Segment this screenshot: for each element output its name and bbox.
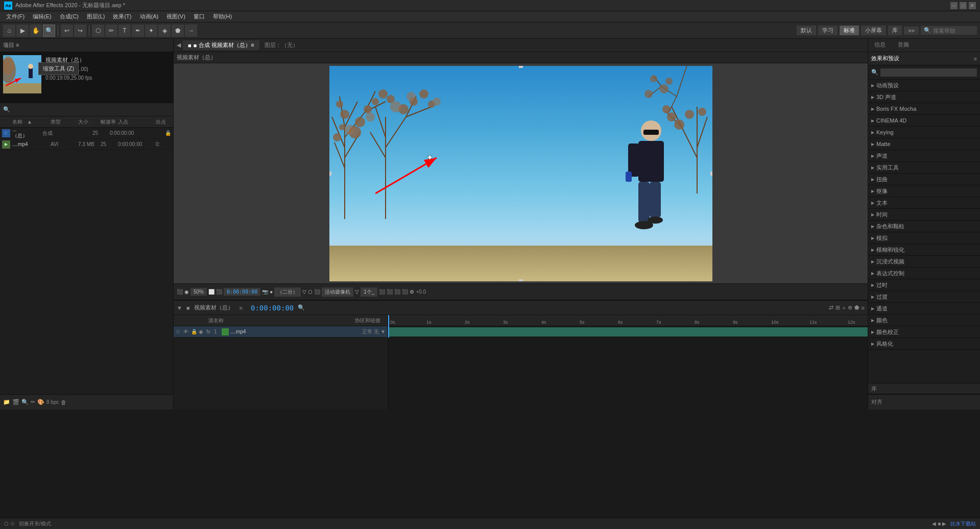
viewer-tab-arrow[interactable]: ◀	[177, 42, 181, 49]
effects-section-stylize-header[interactable]: ▶ 风格化	[868, 338, 980, 349]
menu-edit[interactable]: 编辑(E)	[29, 12, 56, 21]
workspace-default[interactable]: 默认	[797, 26, 816, 35]
tool-text[interactable]: T	[118, 25, 131, 37]
tool-undo[interactable]: ↪	[74, 25, 86, 37]
effects-tab-label[interactable]: 效果和预设	[871, 55, 899, 62]
sb-icons[interactable]: ⬡ ☉	[4, 521, 15, 526]
vc-views[interactable]: 1个_	[361, 287, 377, 297]
workspace-standard[interactable]: 标准	[840, 26, 859, 35]
effects-section-transition-header[interactable]: ▶ 过渡	[868, 291, 980, 302]
vc-camera-icon[interactable]: 📷	[262, 289, 268, 295]
menu-window[interactable]: 窗口	[189, 12, 209, 21]
tl-search-icon[interactable]: 🔍	[298, 304, 305, 311]
lb-color[interactable]: 🎨	[37, 399, 44, 405]
tool-paint[interactable]: ◈	[158, 25, 171, 37]
menu-effects[interactable]: 效果(T)	[109, 12, 135, 21]
lb-new-folder[interactable]: 📁	[3, 399, 10, 405]
col-in-label[interactable]: 入点	[118, 118, 154, 126]
effects-section-util-header[interactable]: ▶ 实用工具	[868, 162, 980, 173]
effects-section-sim-header[interactable]: ▶ 模拟	[868, 232, 980, 244]
tl-collapse[interactable]: ▼	[177, 305, 182, 311]
effects-section-obsolete-header[interactable]: ▶ 过时	[868, 279, 980, 291]
effects-section-3d-header[interactable]: ▶ 3D 声道	[868, 91, 980, 103]
tl-ctrl-5[interactable]: ⬟	[854, 304, 859, 311]
effects-section-boris-header[interactable]: ▶ Boris FX Mocha	[868, 103, 980, 114]
effects-section-expr-header[interactable]: ▶ 表达式控制	[868, 268, 980, 279]
tl-ctrl-1[interactable]: ⇄	[829, 304, 833, 311]
vc-zoom[interactable]: 50%	[190, 288, 207, 296]
vc-icon6[interactable]: ⬡	[308, 289, 313, 295]
tool-pen[interactable]: ✏	[105, 25, 117, 37]
tl-eff[interactable]: fx	[206, 329, 212, 334]
vc-quality[interactable]: （二分）	[274, 287, 301, 297]
vc-icon7[interactable]: ⬛	[314, 289, 320, 295]
viewer-tab-layer[interactable]: 图层：（无）	[259, 40, 303, 50]
vc-icon9[interactable]: ⬛	[387, 289, 393, 295]
menu-layer[interactable]: 图层(L)	[83, 12, 109, 21]
tool-star[interactable]: ✦	[145, 25, 157, 37]
effects-section-time-header[interactable]: ▶ 时间	[868, 209, 980, 220]
project-search-input[interactable]	[12, 107, 170, 113]
effects-search-input[interactable]	[880, 68, 977, 77]
tl-blend[interactable]: 无	[374, 328, 379, 335]
tool-home[interactable]: ⌂	[3, 25, 15, 37]
effects-section-noise-header[interactable]: ▶ 杂色和颗粒	[868, 221, 980, 232]
handle-left[interactable]	[329, 172, 331, 176]
vc-timecode[interactable]: 0:00:00:00	[224, 288, 260, 296]
tl-parent-dd[interactable]: ▼	[380, 329, 386, 334]
tl-timecode[interactable]: 0:00:00:00	[251, 304, 294, 312]
effects-section-color-header[interactable]: ▶ 颜色	[868, 315, 980, 326]
handle-bottom[interactable]	[519, 279, 523, 281]
effects-section-channel-header[interactable]: ▶ 声道	[868, 150, 980, 161]
effects-section-matte-header[interactable]: ▶ Matte	[868, 138, 980, 150]
handle-top[interactable]	[519, 66, 523, 68]
effects-section-animation-header[interactable]: ▶ 动画预设	[868, 80, 980, 91]
lb-brush[interactable]: ✏	[31, 399, 35, 405]
window-controls[interactable]: ─ □ ✕	[950, 2, 976, 9]
workspace-more[interactable]: >>	[904, 27, 919, 35]
maximize-button[interactable]: □	[960, 2, 967, 9]
effects-menu-icon[interactable]: ≡	[974, 56, 977, 62]
tl-ctrl-2[interactable]: ⊞	[835, 304, 840, 311]
col-fps-label[interactable]: 帧速率	[101, 118, 116, 126]
project-item-comp[interactable]: C ...（总） 合成 25 0:00:00:00 🔒	[0, 128, 173, 139]
col-name-header[interactable]: 名称	[12, 118, 25, 126]
effects-section-cinema-header[interactable]: ▶ CINEMA 4D	[868, 115, 980, 126]
workspace-small[interactable]: 小屏幕	[861, 26, 886, 35]
tool-hand[interactable]: ✋	[30, 25, 42, 37]
tl-col-modes[interactable]: 协区和链接	[355, 317, 386, 324]
vc-icon1[interactable]: ⬛	[177, 289, 183, 295]
effects-section-text-header[interactable]: ▶ 文本	[868, 197, 980, 208]
tl-motion[interactable]: ◉	[199, 329, 205, 334]
menu-file[interactable]: 文件(F)	[2, 12, 29, 21]
vc-icon12[interactable]: ⚙	[410, 289, 414, 295]
menu-compose[interactable]: 合成(C)	[56, 12, 83, 21]
tl-mode[interactable]: 正常	[362, 328, 372, 335]
lb-search[interactable]: 🔍	[21, 399, 29, 405]
menu-view[interactable]: 视图(V)	[162, 12, 189, 21]
library-label[interactable]: 库	[868, 383, 980, 394]
tl-ctrl-3[interactable]: +	[842, 305, 845, 311]
lb-trash[interactable]: 🗑	[61, 399, 66, 405]
effects-section-distort-header[interactable]: ▶ 扭曲	[868, 174, 980, 185]
col-out-label[interactable]: 出点	[156, 118, 171, 126]
tl-vis[interactable]: 👁	[183, 329, 189, 334]
tool-stamp[interactable]: ⬟	[172, 25, 184, 37]
vc-icon4[interactable]: ⬛	[216, 289, 222, 295]
menu-animate[interactable]: 动画(A)	[136, 12, 163, 21]
right-tab-info[interactable]: 信息	[868, 39, 892, 52]
project-item-video[interactable]: ▶ ....mp4 AVI 7.3 MB 25 0:00:00:00 0:	[0, 139, 173, 150]
tool-puppet[interactable]: →	[185, 25, 197, 37]
effects-section-blur-header[interactable]: ▶ 模糊和锐化	[868, 244, 980, 255]
menu-help[interactable]: 帮助(H)	[209, 12, 236, 21]
vc-arr[interactable]: ▽	[355, 289, 359, 295]
tl-ctrl-4[interactable]: ⊕	[848, 304, 852, 311]
tool-shape[interactable]: ⬡	[92, 25, 104, 37]
vc-icon8[interactable]: ⬛	[379, 289, 385, 295]
col-type-label[interactable]: 类型	[51, 118, 76, 126]
tl-lock[interactable]: 🔒	[191, 329, 197, 334]
help-search-box[interactable]: 🔍	[921, 26, 977, 35]
handle-right[interactable]	[710, 172, 712, 176]
vc-icon3[interactable]: ⬜	[208, 289, 214, 295]
vc-icon2[interactable]: ◉	[184, 289, 189, 295]
